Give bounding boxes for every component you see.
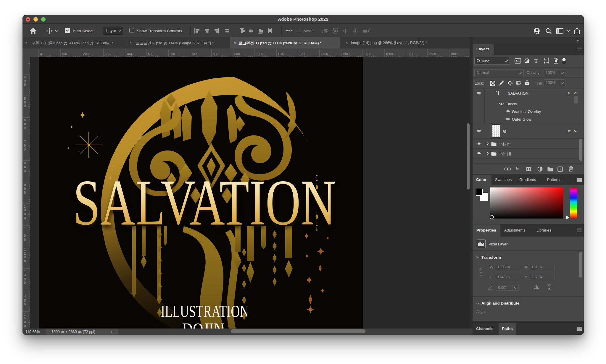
svg-text:5: 5 [24,97,26,100]
svg-text:0: 0 [24,83,26,86]
svg-text:0: 0 [24,79,26,82]
svg-text:0: 0 [24,104,26,108]
svg-text:ILLUSTRATION: ILLUSTRATION [161,302,249,321]
svg-text:1: 1 [24,230,26,234]
svg-text:0: 0 [24,191,26,194]
svg-text:4: 4 [24,75,26,79]
svg-text:0: 0 [24,144,26,147]
svg-text:1300: 1300 [321,52,328,56]
svg-text:700: 700 [191,52,196,56]
svg-text:1: 1 [24,313,26,316]
svg-text:0: 0 [24,169,26,173]
svg-text:600: 600 [170,52,175,56]
svg-text:0: 0 [24,255,26,259]
svg-text:0: 0 [24,165,26,169]
svg-text:0: 0 [24,238,26,241]
svg-text:1200: 1200 [299,52,306,56]
svg-text:SALVATION: SALVATION [73,166,336,239]
svg-text:1: 1 [24,226,26,230]
svg-text:3: 3 [24,273,26,277]
svg-text:0: 0 [24,302,26,306]
svg-text:1500: 1500 [364,52,371,56]
svg-text:200: 200 [83,52,88,56]
svg-text:0: 0 [24,259,26,263]
svg-text:1000: 1000 [256,52,263,56]
svg-text:8: 8 [24,161,26,165]
svg-text:1600: 1600 [386,52,393,56]
svg-text:0: 0 [24,216,26,220]
svg-text:0: 0 [24,122,26,126]
svg-text:1400: 1400 [342,52,349,56]
svg-text:300: 300 [105,52,110,56]
svg-text:1800: 1800 [429,52,436,56]
svg-text:0: 0 [24,101,26,104]
svg-text:1: 1 [24,248,26,251]
svg-text:7: 7 [24,140,26,143]
svg-text:500: 500 [148,52,153,56]
svg-text:0: 0 [40,52,42,56]
svg-text:0: 0 [24,187,26,190]
svg-text:2: 2 [24,252,26,255]
svg-text:0: 0 [24,212,26,216]
svg-text:1: 1 [24,291,26,295]
svg-text:0: 0 [24,277,26,281]
svg-text:900: 900 [234,52,240,56]
svg-text:1700: 1700 [407,52,414,56]
svg-text:0: 0 [24,299,26,302]
svg-text:0: 0 [24,208,26,212]
svg-text:0: 0 [24,148,26,151]
svg-text:0: 0 [24,126,26,130]
svg-text:4: 4 [24,295,26,298]
svg-text:DOJIN: DOJIN [182,319,224,329]
svg-text:0: 0 [24,320,26,324]
svg-text:1900: 1900 [450,52,457,56]
svg-text:100: 100 [62,52,67,56]
svg-text:0: 0 [24,281,26,284]
svg-text:1: 1 [24,269,26,273]
svg-text:0: 0 [24,234,26,237]
svg-text:400: 400 [126,52,132,56]
svg-text:1100: 1100 [278,52,285,56]
svg-text:5: 5 [24,316,26,320]
svg-text:6: 6 [24,118,26,122]
svg-text:9: 9 [24,183,26,187]
svg-text:1: 1 [24,205,26,208]
svg-text:800: 800 [213,52,218,56]
svg-text:0: 0 [24,324,26,328]
